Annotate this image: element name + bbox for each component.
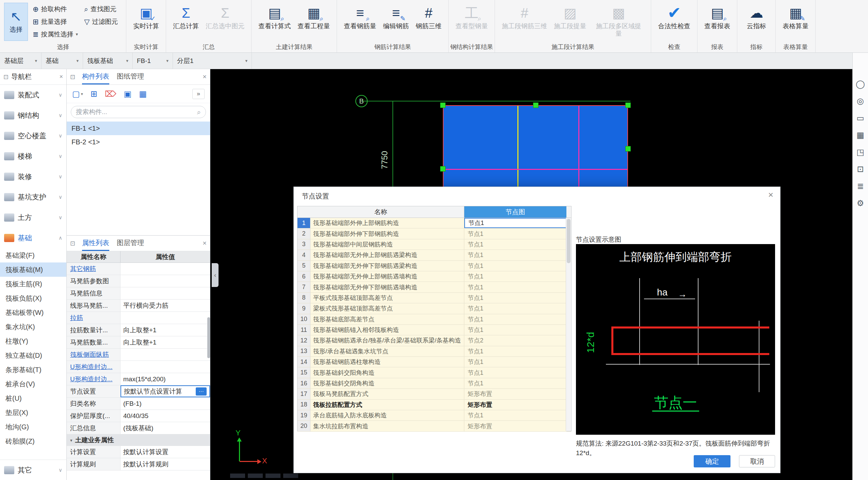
node-row-value[interactable]: 节点1 — [464, 303, 566, 314]
ribbon-small-button[interactable]: ⌕ 查找图元 — [82, 3, 120, 15]
ribbon-button[interactable]: 工⌕ 查看型钢量 — [453, 3, 491, 31]
nav-sub-item[interactable]: 条形基础(T) — [0, 363, 66, 377]
nav-sub-item[interactable]: 桩(U) — [0, 391, 66, 405]
nav-sub-item[interactable]: 独立基础(D) — [0, 348, 66, 363]
ribbon-button[interactable]: ≡✎ 编辑钢筋 — [380, 3, 412, 31]
ribbon-button[interactable]: Σ 汇总计算 — [170, 3, 202, 31]
ribbon-button[interactable]: ✔ 合法性检查 — [655, 3, 693, 31]
ribbon-button[interactable]: ▤⌕ 查看报表 — [702, 3, 733, 31]
property-value[interactable]: 按默认计算规则 — [120, 458, 210, 470]
table-scrollbar[interactable] — [566, 218, 571, 431]
node-row-value[interactable]: 节点1 — [464, 346, 566, 356]
node-row[interactable]: 5 筏形基础端部无外伸下部钢筋遇梁构造 节点1 — [298, 261, 571, 271]
tab[interactable]: 属性列表 — [82, 236, 109, 251]
nav-sub-item[interactable]: 垫层(X) — [0, 405, 66, 420]
ribbon-button[interactable]: ▨ 施工段提量 — [551, 3, 589, 39]
nav-sub-item[interactable]: 桩承台(V) — [0, 377, 66, 391]
property-value[interactable]: 向上取整+1 ⋯ — [120, 336, 210, 348]
selection-handle[interactable] — [440, 102, 446, 108]
ribbon-button[interactable]: ▣✓ 实时计算 — [130, 3, 162, 31]
property-value[interactable]: (FB-1) ⋯ — [120, 398, 210, 410]
node-row-value[interactable]: 节点1 — [464, 378, 566, 388]
node-row[interactable]: 14 筏形基础钢筋遇柱墩构造 节点1 — [298, 357, 571, 367]
node-row-value[interactable]: 节点1 — [464, 314, 566, 324]
property-value[interactable]: 平行横向受力筋 ⋯ — [120, 300, 210, 311]
section-header[interactable]: ▾ 土建业务属性 — [67, 434, 210, 446]
nav-sub-item[interactable]: 集水坑(K) — [0, 320, 66, 334]
property-value[interactable]: ⋯ — [120, 312, 210, 324]
node-row[interactable]: 18 筏板拉筋配置方式 矩形布置 — [298, 400, 571, 410]
close-icon[interactable]: × — [59, 73, 63, 80]
tab[interactable]: 图层管理 — [117, 236, 144, 251]
ribbon-button[interactable]: ▩ 施工段多区域提量 — [590, 3, 647, 39]
node-row[interactable]: 20 集水坑拉筋布置构造 矩形布置 — [298, 421, 571, 431]
node-row-value[interactable]: 节点1 — [464, 293, 566, 303]
view-tool-icon[interactable]: ◳ — [856, 148, 864, 156]
toolbar-icon[interactable]: ▦ ▾ — [139, 89, 147, 99]
view-tool-icon[interactable]: ◎ — [857, 97, 864, 105]
nav-item[interactable]: 楼梯 ∨ — [0, 146, 66, 166]
selection-handle[interactable] — [533, 102, 539, 108]
pin-icon[interactable]: ⊡ — [70, 73, 75, 81]
more-tools-button[interactable]: » — [192, 89, 205, 99]
close-icon[interactable]: × — [768, 190, 773, 200]
node-row[interactable]: 2 筏形基础端部外伸下部钢筋构造 节点1 — [298, 228, 571, 239]
view-tool-icon[interactable]: ⚙ — [857, 199, 864, 207]
node-row[interactable]: 19 承台底筋锚入防水底板构造 节点1 — [298, 410, 571, 421]
context-dropdown[interactable]: 筏板基础 ▾ — [83, 53, 133, 69]
node-row-value[interactable]: 节点2 — [464, 335, 566, 346]
node-row-value[interactable]: 节点1 — [464, 357, 566, 367]
node-row[interactable]: 10 筏形基础底部高差节点 节点1 — [298, 314, 571, 325]
context-dropdown[interactable]: 基础层 ▾ — [0, 53, 42, 69]
view-tool-icon[interactable]: ▭ — [856, 114, 864, 122]
nav-item-other[interactable]: 其它 ∨ — [0, 460, 66, 480]
node-row[interactable]: 15 筏形基础斜交阳角构造 节点1 — [298, 367, 571, 378]
node-row[interactable]: 9 梁板式筏形基础顶部高差节点 节点1 — [298, 303, 571, 314]
tab[interactable]: 构件列表 — [82, 69, 109, 84]
property-value[interactable]: ⋯ — [120, 275, 210, 287]
node-row[interactable]: 16 筏形基础斜交阴角构造 节点1 — [298, 378, 571, 389]
node-row[interactable]: 11 筏形基础钢筋锚入相邻筏板构造 节点1 — [298, 325, 571, 335]
selection-handle[interactable] — [625, 146, 631, 151]
ribbon-button[interactable]: ▤⌕ 查看计算式 — [256, 3, 293, 31]
nav-item[interactable]: 装修 ∨ — [0, 166, 66, 187]
nav-item[interactable]: 装配式 ∨ — [0, 85, 66, 105]
pin-icon[interactable]: ⊡ — [70, 240, 75, 247]
toolbar-icon[interactable]: ⌦ ▾ — [105, 89, 116, 99]
nav-sub-item[interactable]: 基础梁(F) — [0, 248, 66, 262]
view-tool-icon[interactable]: ≣ — [857, 182, 864, 190]
property-value[interactable]: 40/40/35 ⋯ — [120, 410, 210, 422]
raft-slab-element[interactable] — [443, 105, 628, 189]
node-row[interactable]: 4 筏形基础端部无外伸上部钢筋遇梁构造 节点1 — [298, 250, 571, 260]
node-row-value[interactable]: 矩形布置 — [464, 389, 566, 399]
property-value[interactable]: (筏板基础) ⋯ — [120, 422, 210, 434]
nav-sub-item[interactable]: 筏板负筋(X) — [0, 291, 66, 305]
node-row-value[interactable]: 节点1 — [464, 250, 566, 260]
property-value[interactable]: 按默认节点设置计算 ⋯ — [120, 385, 210, 397]
node-row-value[interactable]: 节点1 — [464, 261, 566, 271]
ribbon-button[interactable]: ▦⌕ 查看工程量 — [295, 3, 333, 31]
node-row-value[interactable]: 节点1 — [464, 367, 566, 378]
pin-icon[interactable]: ⊡ — [3, 73, 9, 81]
nav-sub-item[interactable]: 砖胎膜(Z) — [0, 434, 66, 448]
selection-handle[interactable] — [440, 166, 446, 172]
ribbon-button[interactable]: # 施工段钢筋三维 — [499, 3, 550, 39]
nav-item[interactable]: 基坑支护 ∨ — [0, 187, 66, 207]
node-row-value[interactable]: 节点1 — [464, 282, 566, 292]
property-value[interactable]: ⋯ — [120, 349, 210, 361]
cancel-button[interactable]: 取消 — [739, 455, 775, 467]
property-value[interactable]: 按默认计算设置 — [120, 446, 210, 458]
node-row-value[interactable]: 节点1 — [464, 239, 566, 250]
view-tool-icon[interactable]: ⊡ — [857, 165, 864, 173]
nav-sub-item[interactable]: 筏板主筋(R) — [0, 277, 66, 291]
ribbon-button[interactable]: ▦✎ 表格算量 — [780, 3, 811, 31]
nav-sub-item[interactable]: 柱墩(Y) — [0, 334, 66, 348]
nav-item[interactable]: 空心楼盖 ∨ — [0, 126, 66, 146]
node-row[interactable]: 8 平板式筏形基础顶部高差节点 节点1 — [298, 293, 571, 303]
node-row-value[interactable]: 节点1 — [464, 410, 566, 420]
node-row[interactable]: 12 筏形基础钢筋遇承台/独基/承台梁/基础联系梁/条基构造 节点2 — [298, 335, 571, 346]
ok-button[interactable]: 确定 — [694, 455, 730, 467]
node-column-header[interactable]: 节点图 — [464, 206, 566, 218]
scrollbar-thumb[interactable] — [207, 317, 210, 358]
property-value[interactable]: 向上取整+1 ⋯ — [120, 324, 210, 336]
